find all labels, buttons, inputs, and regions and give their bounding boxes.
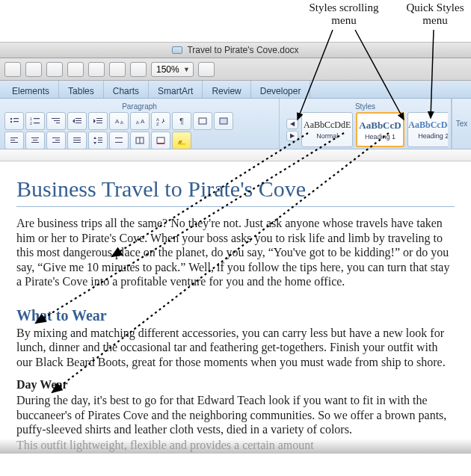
sort-button[interactable]: AZ xyxy=(151,112,170,130)
style-card-heading2[interactable]: AaBbCcDdE Heading 2 xyxy=(407,112,448,147)
svg-text:ぁ: ぁ xyxy=(135,120,140,125)
tab-elements[interactable]: Elements xyxy=(3,81,59,98)
highlight-button[interactable] xyxy=(172,132,191,149)
zoom-input[interactable] xyxy=(155,64,182,75)
svg-rect-39 xyxy=(73,142,81,143)
svg-rect-18 xyxy=(96,123,102,123)
style-card-heading1[interactable]: AaBbCcD Heading 1 xyxy=(356,112,404,147)
toolbar-help-icon[interactable] xyxy=(198,62,215,77)
bullets-button[interactable] xyxy=(4,112,24,130)
tab-tables[interactable]: Tables xyxy=(59,81,104,98)
tab-developer[interactable]: Developer xyxy=(251,81,311,98)
tab-review[interactable]: Review xyxy=(203,81,250,98)
svg-text:ぁ: ぁ xyxy=(120,120,124,125)
tab-smartart[interactable]: SmartArt xyxy=(149,81,203,98)
horizontal-ruler[interactable] xyxy=(0,149,471,161)
svg-marker-40 xyxy=(93,137,96,139)
svg-rect-5 xyxy=(34,118,40,119)
svg-rect-30 xyxy=(10,142,18,143)
svg-rect-14 xyxy=(76,123,81,123)
styles-scroll-arrows: ◀ ▶ xyxy=(285,112,298,147)
rtl-direction-button[interactable]: ぁA xyxy=(130,112,150,130)
align-center-button[interactable] xyxy=(25,132,45,149)
show-marks-button[interactable]: ¶ xyxy=(172,112,191,130)
styles-scroll-right[interactable]: ▶ xyxy=(286,131,298,141)
doc-title-heading: Business Travel to Pirate's Cove xyxy=(16,176,455,202)
styles-scroll-left[interactable]: ◀ xyxy=(286,119,298,129)
doc-paragraph-cutoff: This outfit lightweight, flexible and pr… xyxy=(16,439,455,452)
borders-2-button[interactable] xyxy=(130,132,150,149)
toolbar-templates-icon[interactable] xyxy=(25,62,42,77)
toolbar-open-icon[interactable] xyxy=(46,62,63,77)
svg-rect-31 xyxy=(31,137,39,138)
para-spacing-button[interactable] xyxy=(109,132,129,149)
multilevel-list-button[interactable] xyxy=(46,112,66,130)
style-sample-heading1: AaBbCcD xyxy=(359,120,401,132)
style-name-normal: Normal xyxy=(316,132,338,140)
document-body[interactable]: Business Travel to Pirate's Cove Are bus… xyxy=(0,161,471,452)
toolbar-save-icon[interactable] xyxy=(67,62,84,77)
tab-charts[interactable]: Charts xyxy=(104,81,149,98)
ltr-direction-button[interactable]: Aぁ xyxy=(109,112,129,130)
svg-rect-28 xyxy=(10,137,18,138)
doc-paragraph-day-wear: During the day, it's best to go for that… xyxy=(16,393,455,437)
svg-rect-38 xyxy=(73,140,81,140)
svg-marker-51 xyxy=(178,140,182,143)
toolbar-new-doc-icon[interactable] xyxy=(4,62,21,77)
zoom-selector[interactable]: ▼ xyxy=(151,62,194,77)
svg-rect-32 xyxy=(33,140,37,140)
doc-intro-paragraph: Are business trips all the same? No they… xyxy=(16,216,455,289)
align-right-button[interactable] xyxy=(46,132,66,149)
page-cutoff-gradient: This outfit lightweight, flexible and pr… xyxy=(0,439,471,454)
line-spacing-button[interactable] xyxy=(88,132,108,149)
style-sample-normal: AaBbCcDdE xyxy=(304,120,351,131)
justify-button[interactable] xyxy=(67,132,87,149)
ribbon-group-paragraph: Paragraph 12 Aぁ ぁA AZ ¶ xyxy=(0,99,280,149)
window-titlebar: Travel to Pirate's Cove.docx xyxy=(0,42,471,58)
svg-rect-7 xyxy=(34,123,40,123)
svg-point-2 xyxy=(10,121,12,123)
svg-text:2: 2 xyxy=(30,121,32,126)
shading-color-button[interactable] xyxy=(151,132,170,149)
ribbon-group-text-label: Tex xyxy=(456,120,468,128)
ribbon-group-text-edge: Tex xyxy=(452,99,471,149)
chevron-down-icon[interactable]: ▼ xyxy=(183,66,190,73)
ribbon-group-styles: Styles ◀ ▶ AaBbCcDdE Normal AaBbCcD Head… xyxy=(280,99,452,149)
decrease-indent-button[interactable] xyxy=(67,112,87,130)
svg-rect-16 xyxy=(96,118,102,119)
svg-rect-50 xyxy=(157,143,164,144)
svg-rect-17 xyxy=(96,120,102,121)
window-title: Travel to Pirate's Cove.docx xyxy=(187,45,298,55)
style-name-heading1: Heading 1 xyxy=(365,133,395,140)
svg-rect-13 xyxy=(76,120,81,121)
svg-rect-12 xyxy=(76,118,81,119)
doc-heading1-what-to-wear: What to Wear xyxy=(16,307,455,324)
doc-paragraph-what-to-wear: By mixing and matching different accesso… xyxy=(16,326,455,370)
svg-rect-42 xyxy=(98,137,102,138)
toolbar-undo-icon[interactable] xyxy=(109,62,126,77)
svg-rect-8 xyxy=(52,118,60,119)
increase-indent-button[interactable] xyxy=(88,112,108,130)
printer-icon xyxy=(172,46,182,54)
align-left-button[interactable] xyxy=(4,132,24,149)
svg-rect-9 xyxy=(54,120,60,121)
toolbar-print-icon[interactable] xyxy=(88,62,105,77)
borders-button[interactable] xyxy=(193,112,212,130)
svg-marker-15 xyxy=(93,119,96,123)
svg-rect-27 xyxy=(220,118,227,124)
svg-rect-3 xyxy=(13,121,19,122)
svg-rect-49 xyxy=(157,137,164,143)
numbering-button[interactable]: 12 xyxy=(25,112,45,130)
svg-rect-29 xyxy=(10,140,15,140)
svg-rect-52 xyxy=(178,143,185,145)
svg-rect-1 xyxy=(13,118,19,119)
shading-button[interactable] xyxy=(214,112,233,130)
annotation-styles-scrolling: Styles scrollingmenu xyxy=(299,1,389,26)
toolbar-redo-icon[interactable] xyxy=(130,62,147,77)
style-name-heading2: Heading 2 xyxy=(418,132,448,140)
ribbon-group-styles-label: Styles xyxy=(283,101,448,111)
svg-rect-37 xyxy=(73,137,81,138)
ribbon-group-paragraph-label: Paragraph xyxy=(3,101,276,111)
style-card-normal[interactable]: AaBbCcDdE Normal xyxy=(301,112,353,147)
svg-rect-34 xyxy=(52,137,60,138)
